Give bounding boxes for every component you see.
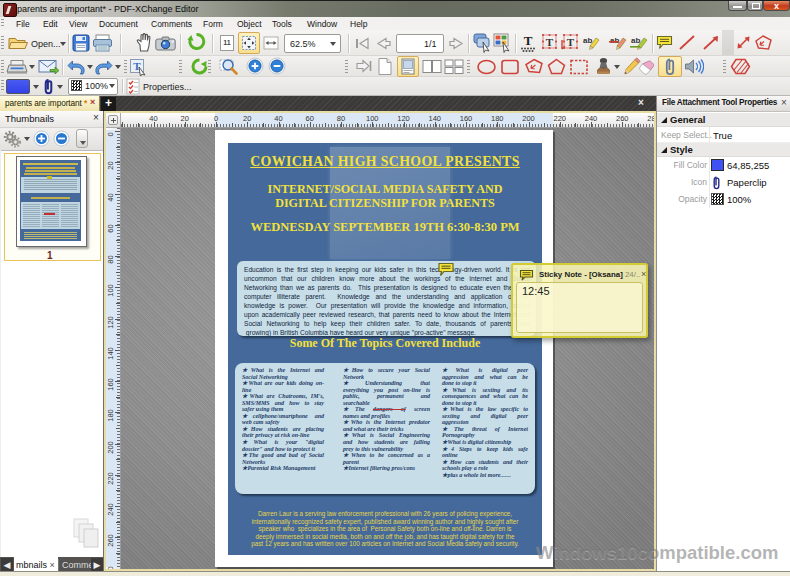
svg-text:ab: ab <box>631 36 640 45</box>
svg-text:T: T <box>524 33 533 48</box>
svg-text:11: 11 <box>223 39 231 46</box>
svg-text:ab: ab <box>583 36 592 45</box>
svg-text:ab: ab <box>610 36 619 45</box>
svg-text:T: T <box>567 36 575 48</box>
svg-text:T: T <box>546 36 554 48</box>
